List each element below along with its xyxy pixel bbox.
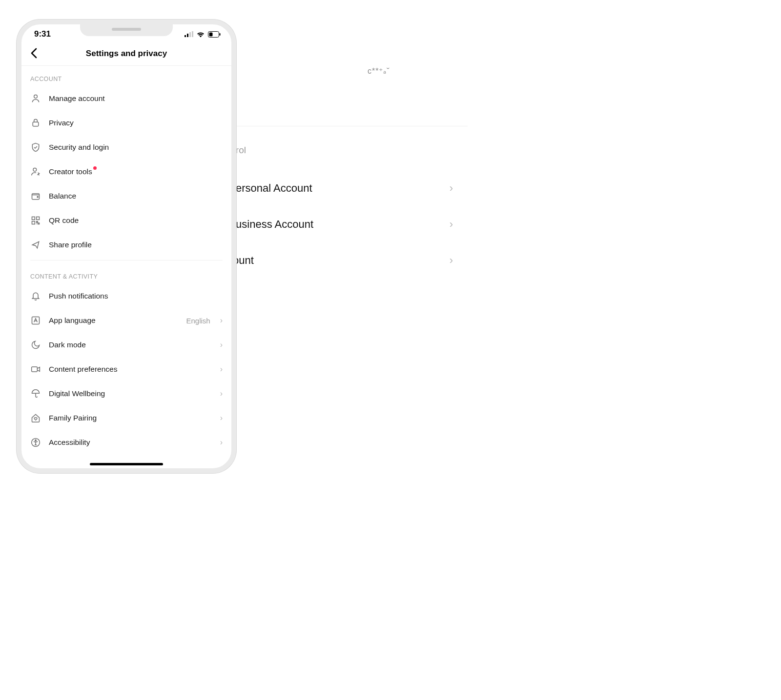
svg-rect-5 — [209, 32, 213, 36]
svg-rect-6 — [220, 33, 221, 36]
home-indicator[interactable] — [90, 463, 163, 465]
svg-rect-16 — [32, 367, 38, 372]
app-language-row[interactable]: App language English › — [21, 308, 231, 333]
privacy-label: Privacy — [49, 119, 223, 127]
person-star-icon — [30, 166, 41, 177]
manage-account-row[interactable]: Manage account — [21, 86, 231, 111]
chevron-right-icon: › — [450, 218, 453, 231]
digital-wellbeing-label: Digital Wellbeing — [49, 389, 212, 398]
svg-point-7 — [34, 95, 38, 99]
chevron-left-icon — [30, 48, 37, 59]
svg-rect-3 — [192, 31, 193, 37]
phone-frame: 9:31 Settings and privacy ACCOUNT Manage… — [17, 20, 236, 473]
svg-point-18 — [35, 440, 37, 441]
share-profile-row[interactable]: Share profile — [21, 233, 231, 257]
svg-rect-2 — [189, 32, 191, 37]
dark-mode-label: Dark mode — [49, 340, 212, 349]
page-title: Settings and privacy — [86, 49, 167, 59]
battery-icon — [208, 31, 221, 38]
svg-rect-0 — [185, 35, 186, 37]
qr-icon — [30, 215, 41, 226]
page-header: Settings and privacy — [21, 41, 231, 66]
security-label: Security and login — [49, 143, 223, 152]
app-language-label: App language — [49, 316, 178, 325]
svg-rect-12 — [32, 217, 35, 220]
home-heart-icon — [30, 413, 41, 423]
account-section-header: ACCOUNT — [21, 66, 231, 86]
svg-point-9 — [33, 168, 37, 172]
balance-label: Balance — [49, 192, 223, 200]
creator-tools-row[interactable]: Creator tools — [21, 160, 231, 184]
video-icon — [30, 364, 41, 375]
share-icon — [30, 240, 41, 250]
language-icon — [30, 315, 41, 326]
app-language-value: English — [186, 317, 210, 325]
svg-rect-14 — [32, 221, 35, 224]
back-button[interactable] — [28, 46, 39, 60]
notification-dot — [93, 166, 97, 170]
qr-code-label: QR code — [49, 216, 223, 225]
cellular-icon — [185, 31, 193, 37]
chevron-right-icon: › — [220, 389, 223, 398]
push-notifications-row[interactable]: Push notifications — [21, 284, 231, 308]
qr-code-row[interactable]: QR code — [21, 208, 231, 233]
accessibility-row[interactable]: Accessibility › — [21, 430, 231, 455]
lock-icon — [30, 118, 41, 128]
chevron-right-icon: › — [220, 340, 223, 349]
moon-icon — [30, 340, 41, 350]
svg-rect-8 — [33, 122, 39, 126]
status-time: 9:31 — [34, 29, 51, 39]
accessibility-label: Accessibility — [49, 438, 212, 447]
umbrella-icon — [30, 388, 41, 399]
chevron-right-icon: › — [450, 182, 453, 195]
chevron-right-icon: › — [220, 365, 223, 374]
digital-wellbeing-row[interactable]: Digital Wellbeing › — [21, 381, 231, 406]
wallet-icon — [30, 191, 41, 201]
wifi-icon — [196, 31, 205, 38]
content-section-header: CONTENT & ACTIVITY — [21, 263, 231, 284]
creator-tools-label: Creator tools — [49, 167, 223, 176]
security-row[interactable]: Security and login — [21, 135, 231, 160]
family-pairing-row[interactable]: Family Pairing › — [21, 406, 231, 430]
shield-icon — [30, 142, 41, 153]
balance-row[interactable]: Balance — [21, 184, 231, 208]
svg-rect-1 — [187, 34, 188, 37]
chevron-right-icon: › — [220, 438, 223, 447]
family-pairing-label: Family Pairing — [49, 414, 212, 422]
phone-notch — [80, 22, 173, 36]
content-preferences-row[interactable]: Content preferences › — [21, 357, 231, 381]
accessibility-icon — [30, 437, 41, 448]
privacy-row[interactable]: Privacy — [21, 111, 231, 135]
bell-icon — [30, 291, 41, 301]
chevron-right-icon: › — [220, 316, 223, 325]
share-profile-label: Share profile — [49, 240, 223, 249]
manage-account-label: Manage account — [49, 94, 223, 103]
chevron-right-icon: › — [450, 254, 453, 267]
chevron-right-icon: › — [220, 414, 223, 422]
content-preferences-label: Content preferences — [49, 365, 212, 374]
svg-point-11 — [37, 197, 38, 198]
svg-rect-13 — [37, 217, 40, 220]
dark-mode-row[interactable]: Dark mode › — [21, 333, 231, 357]
section-divider — [30, 260, 223, 260]
person-icon — [30, 93, 41, 104]
push-notifications-label: Push notifications — [49, 292, 223, 300]
